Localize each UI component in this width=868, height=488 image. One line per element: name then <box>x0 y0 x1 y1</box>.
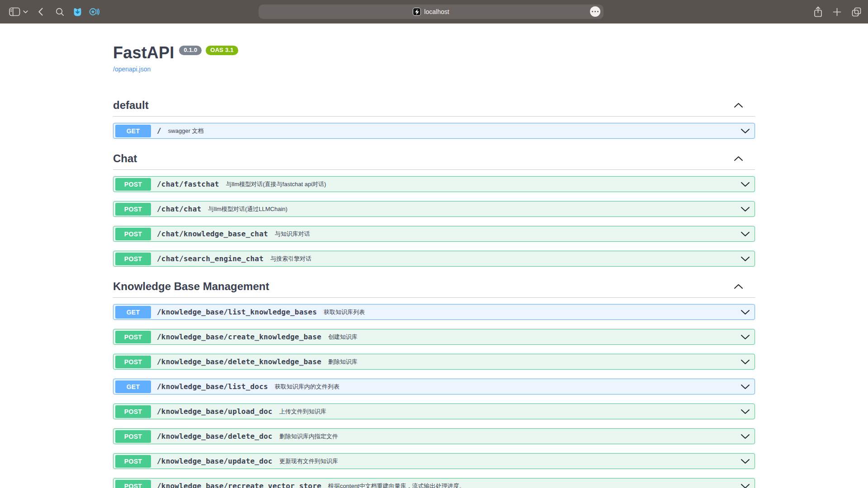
endpoint-path: /knowledge_base/recreate_vector_store <box>157 482 321 488</box>
api-info: FastAPI 0.1.0 OAS 3.1 /openapi.json <box>113 23 755 73</box>
endpoint-path: /knowledge_base/delete_knowledge_base <box>157 357 321 366</box>
endpoint-path: /chat/search_engine_chat <box>157 254 264 263</box>
expand-operation-icon[interactable] <box>741 182 750 187</box>
expand-operation-icon[interactable] <box>741 359 750 365</box>
expand-operation-icon[interactable] <box>741 409 750 414</box>
tag-title: Chat <box>113 152 137 165</box>
opblock-row[interactable]: GET/knowledge_base/list_docs获取知识库内的文件列表 <box>113 379 755 394</box>
back-icon[interactable] <box>38 8 43 16</box>
tag-header-default[interactable]: default <box>113 99 755 117</box>
opblock-row[interactable]: POST/chat/fastchat与llm模型对话(直接与fastchat a… <box>113 176 755 192</box>
method-badge: GET <box>115 306 151 319</box>
sidebar-toggle-icon[interactable] <box>9 7 20 16</box>
tag-title: Knowledge Base Management <box>113 280 269 293</box>
share-icon[interactable] <box>813 6 823 18</box>
endpoint-description: 删除知识库 <box>328 358 358 366</box>
method-badge: POST <box>115 203 151 216</box>
swagger-page: FastAPI 0.1.0 OAS 3.1 /openapi.json defa… <box>0 23 868 488</box>
endpoint-description: 获取知识库内的文件列表 <box>275 383 340 391</box>
method-badge: POST <box>115 331 151 343</box>
tag-section: ChatPOST/chat/fastchat与llm模型对话(直接与fastch… <box>113 152 755 267</box>
extension-cat-icon[interactable] <box>73 7 82 17</box>
expand-operation-icon[interactable] <box>741 434 750 439</box>
api-sections: defaultGET/swagger 文档ChatPOST/chat/fastc… <box>113 99 755 488</box>
expand-operation-icon[interactable] <box>741 128 750 134</box>
fastapi-favicon <box>413 8 421 16</box>
endpoint-description: 更新现有文件到知识库 <box>279 457 338 465</box>
endpoint-description: 与llm模型对话(通过LLMChain) <box>208 205 288 213</box>
address-host: localhost <box>424 8 449 15</box>
browser-toolbar: localhost <box>0 0 868 23</box>
opblock-row[interactable]: GET/knowledge_base/list_knowledge_bases获… <box>113 304 755 320</box>
method-badge: GET <box>115 125 151 137</box>
collapse-section-icon[interactable] <box>734 156 743 161</box>
tag-section: Knowledge Base ManagementGET/knowledge_b… <box>113 280 755 488</box>
endpoint-path: /knowledge_base/create_knowledge_base <box>157 333 321 341</box>
method-badge: POST <box>115 480 151 488</box>
method-badge: POST <box>115 228 151 240</box>
opblock-row[interactable]: POST/knowledge_base/delete_knowledge_bas… <box>113 354 755 370</box>
endpoint-description: 与搜索引擎对话 <box>270 255 311 263</box>
opblock-row[interactable]: POST/knowledge_base/create_knowledge_bas… <box>113 329 755 345</box>
version-badge: 0.1.0 <box>179 46 202 55</box>
opblock-row[interactable]: POST/knowledge_base/recreate_vector_stor… <box>113 478 755 488</box>
endpoint-path: /knowledge_base/upload_doc <box>157 407 273 416</box>
endpoint-path: /knowledge_base/list_docs <box>157 382 268 391</box>
endpoint-description: 与知识库对话 <box>275 230 310 238</box>
endpoint-description: 获取知识库列表 <box>324 308 365 316</box>
extension-star-broadcast-icon[interactable] <box>89 7 100 16</box>
opblock-row[interactable]: POST/knowledge_base/upload_doc上传文件到知识库 <box>113 404 755 419</box>
method-badge: POST <box>115 455 151 468</box>
endpoint-path: /knowledge_base/update_doc <box>157 457 273 465</box>
endpoint-description: 上传文件到知识库 <box>279 408 326 416</box>
tag-title: default <box>113 99 149 112</box>
method-badge: POST <box>115 356 151 368</box>
opblock-row[interactable]: POST/knowledge_base/update_doc更新现有文件到知识库 <box>113 453 755 469</box>
tab-overview-icon[interactable] <box>851 7 862 17</box>
opblock-row[interactable]: POST/chat/chat与llm模型对话(通过LLMChain) <box>113 201 755 217</box>
endpoint-description: 删除知识库内指定文件 <box>279 432 338 441</box>
opblock-row[interactable]: POST/knowledge_base/delete_doc删除知识库内指定文件 <box>113 428 755 444</box>
openapi-spec-link[interactable]: /openapi.json <box>113 66 151 73</box>
endpoint-path: /knowledge_base/delete_doc <box>157 432 273 441</box>
tag-header-chat[interactable]: Chat <box>113 152 755 170</box>
endpoint-path: / <box>157 127 161 135</box>
endpoint-path: /knowledge_base/list_knowledge_bases <box>157 308 317 316</box>
tag-section: defaultGET/swagger 文档 <box>113 99 755 139</box>
new-tab-icon[interactable] <box>833 8 841 16</box>
endpoint-description: 根据content中文档重建向量库，流式输出处理进度。 <box>328 482 465 488</box>
tag-header-knowledge-base-management[interactable]: Knowledge Base Management <box>113 280 755 298</box>
endpoint-path: /chat/fastchat <box>157 180 219 188</box>
opblock-row[interactable]: GET/swagger 文档 <box>113 123 755 139</box>
collapse-section-icon[interactable] <box>734 103 743 108</box>
api-title-row: FastAPI 0.1.0 OAS 3.1 <box>113 44 755 61</box>
page-menu-icon[interactable] <box>590 6 600 17</box>
expand-operation-icon[interactable] <box>741 459 750 464</box>
expand-operation-icon[interactable] <box>741 256 750 262</box>
expand-operation-icon[interactable] <box>741 231 750 237</box>
page-title: FastAPI <box>113 44 174 61</box>
opblock-row[interactable]: POST/chat/search_engine_chat与搜索引擎对话 <box>113 251 755 267</box>
method-badge: POST <box>115 253 151 265</box>
endpoint-description: 创建知识库 <box>328 333 358 341</box>
expand-operation-icon[interactable] <box>741 206 750 212</box>
endpoint-path: /chat/knowledge_base_chat <box>157 230 268 238</box>
opblock-row[interactable]: POST/chat/knowledge_base_chat与知识库对话 <box>113 226 755 242</box>
endpoint-path: /chat/chat <box>157 205 201 213</box>
method-badge: GET <box>115 380 151 393</box>
collapse-section-icon[interactable] <box>734 284 743 289</box>
oas-badge: OAS 3.1 <box>206 46 238 55</box>
expand-operation-icon[interactable] <box>741 310 750 315</box>
method-badge: POST <box>115 430 151 443</box>
method-badge: POST <box>115 178 151 191</box>
endpoint-description: 与llm模型对话(直接与fastchat api对话) <box>226 180 326 188</box>
expand-operation-icon[interactable] <box>741 384 750 389</box>
method-badge: POST <box>115 405 151 418</box>
sidebar-chevron-down-icon[interactable] <box>23 10 28 14</box>
address-bar[interactable]: localhost <box>259 5 604 19</box>
expand-operation-icon[interactable] <box>741 483 750 488</box>
expand-operation-icon[interactable] <box>741 334 750 340</box>
search-icon[interactable] <box>56 8 64 16</box>
endpoint-description: swagger 文档 <box>168 127 204 135</box>
